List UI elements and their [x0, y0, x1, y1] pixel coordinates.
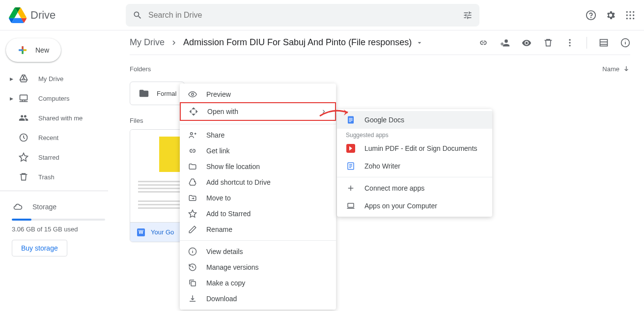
- svg-point-19: [191, 133, 193, 135]
- folders-header: Folders Name: [130, 59, 630, 79]
- nav-storage[interactable]: Storage: [12, 197, 110, 217]
- nav-label: Recent: [38, 134, 58, 141]
- svg-point-13: [569, 39, 570, 40]
- download-icon: [188, 294, 197, 304]
- svg-point-7: [633, 14, 634, 16]
- lumin-icon: [346, 143, 356, 153]
- add-person-icon[interactable]: [500, 38, 510, 48]
- shortcut-icon: [188, 177, 197, 187]
- separator: [587, 37, 587, 49]
- new-button[interactable]: New: [6, 38, 61, 62]
- computers-icon: [18, 92, 29, 104]
- preview-eye-icon[interactable]: [522, 38, 532, 48]
- sub-zoho[interactable]: Zoho Writer: [337, 157, 492, 175]
- svg-rect-16: [600, 39, 608, 46]
- info-icon[interactable]: [620, 38, 630, 48]
- search-input[interactable]: [148, 11, 463, 20]
- search-bar[interactable]: [126, 4, 479, 27]
- storage-text: 3.06 GB of 15 GB used: [12, 226, 110, 233]
- menu-download[interactable]: Download: [180, 291, 336, 307]
- toolbar: [478, 37, 630, 49]
- logo-section: Drive: [8, 5, 126, 25]
- svg-rect-21: [191, 282, 196, 286]
- svg-point-14: [569, 42, 570, 43]
- sub-connect-apps[interactable]: Connect more apps: [337, 179, 492, 197]
- nav-label: My Drive: [38, 75, 63, 83]
- help-icon[interactable]: [585, 9, 597, 21]
- list-view-icon[interactable]: [599, 38, 609, 48]
- nav-trash[interactable]: Trash: [0, 167, 116, 187]
- svg-point-18: [192, 93, 194, 96]
- more-icon[interactable]: [565, 38, 575, 48]
- link-icon: [188, 146, 197, 156]
- nav-label: Starred: [38, 154, 59, 161]
- menu-add-starred[interactable]: Add to Starred: [180, 206, 336, 222]
- menu-manage-versions[interactable]: Manage versions: [180, 259, 336, 275]
- trash-icon: [18, 171, 29, 183]
- breadcrumb-root[interactable]: My Drive: [130, 37, 165, 48]
- menu-rename[interactable]: Rename: [180, 222, 336, 237]
- divider: [180, 240, 336, 241]
- tune-icon[interactable]: [463, 10, 473, 20]
- sub-apps-computer[interactable]: Apps on your Computer: [337, 197, 492, 215]
- delete-icon[interactable]: [543, 38, 553, 48]
- divider: [0, 191, 108, 191]
- copy-icon: [188, 278, 197, 288]
- storage-section: Storage 3.06 GB of 15 GB used Buy storag…: [0, 195, 116, 256]
- my-drive-icon: [18, 73, 29, 85]
- star-icon: [188, 209, 197, 219]
- shared-icon: [18, 112, 29, 124]
- menu-make-copy[interactable]: Make a copy: [180, 275, 336, 291]
- svg-point-9: [629, 18, 631, 19]
- word-doc-icon: W: [137, 228, 145, 236]
- new-label: New: [35, 46, 49, 54]
- svg-point-1: [591, 17, 591, 18]
- laptop-icon: [346, 201, 356, 211]
- folder-card[interactable]: Formal: [130, 82, 185, 105]
- sort-name[interactable]: Name: [602, 65, 630, 73]
- folder-icon: [138, 87, 150, 99]
- menu-view-details[interactable]: View details: [180, 244, 336, 259]
- apps-grid-icon[interactable]: [624, 9, 636, 21]
- chevron-right-icon: ▸: [9, 96, 14, 101]
- recent-icon: [18, 132, 29, 143]
- zoho-icon: [346, 161, 356, 171]
- file-name: Your Go: [151, 228, 174, 236]
- gear-icon[interactable]: [605, 9, 616, 21]
- svg-point-15: [569, 45, 570, 46]
- sub-google-docs[interactable]: Google Docs: [337, 111, 492, 129]
- drive-logo-icon[interactable]: [8, 5, 28, 25]
- header: Drive: [0, 0, 644, 30]
- svg-point-5: [626, 14, 628, 16]
- menu-open-with[interactable]: Open with: [180, 102, 336, 121]
- nav-label: Shared with me: [38, 114, 83, 122]
- buy-storage-button[interactable]: Buy storage: [12, 240, 67, 256]
- menu-share[interactable]: Share: [180, 127, 336, 143]
- header-icons: [585, 9, 636, 21]
- app-name: Drive: [30, 9, 56, 22]
- breadcrumb-current[interactable]: Admission Form DIU For Sabuj And Pinto (…: [183, 37, 423, 48]
- svg-point-2: [626, 11, 628, 12]
- nav-my-drive[interactable]: ▸ My Drive: [0, 69, 116, 88]
- context-menu: Preview Open with Share Get link Show fi…: [180, 84, 336, 310]
- menu-show-location[interactable]: Show file location: [180, 159, 336, 174]
- nav-computers[interactable]: ▸ Computers: [0, 88, 116, 108]
- nav-starred[interactable]: Starred: [0, 147, 116, 167]
- plus-icon: [346, 183, 356, 193]
- svg-rect-11: [20, 95, 28, 100]
- svg-point-4: [633, 11, 634, 12]
- storage-bar: [12, 219, 105, 221]
- link-icon[interactable]: [478, 38, 488, 48]
- cloud-icon: [12, 201, 24, 213]
- rename-icon: [188, 225, 197, 234]
- sub-lumin[interactable]: Lumin PDF - Edit or Sign Documents: [337, 140, 492, 157]
- nav-shared[interactable]: Shared with me: [0, 108, 116, 128]
- menu-preview[interactable]: Preview: [180, 86, 336, 102]
- menu-add-shortcut[interactable]: Add shortcut to Drive: [180, 174, 336, 190]
- menu-get-link[interactable]: Get link: [180, 143, 336, 159]
- move-icon: [188, 193, 197, 203]
- menu-move-to[interactable]: Move to: [180, 190, 336, 206]
- folder-name: Formal: [157, 90, 176, 97]
- nav-recent[interactable]: Recent: [0, 128, 116, 147]
- arrow-down-icon: [622, 65, 630, 73]
